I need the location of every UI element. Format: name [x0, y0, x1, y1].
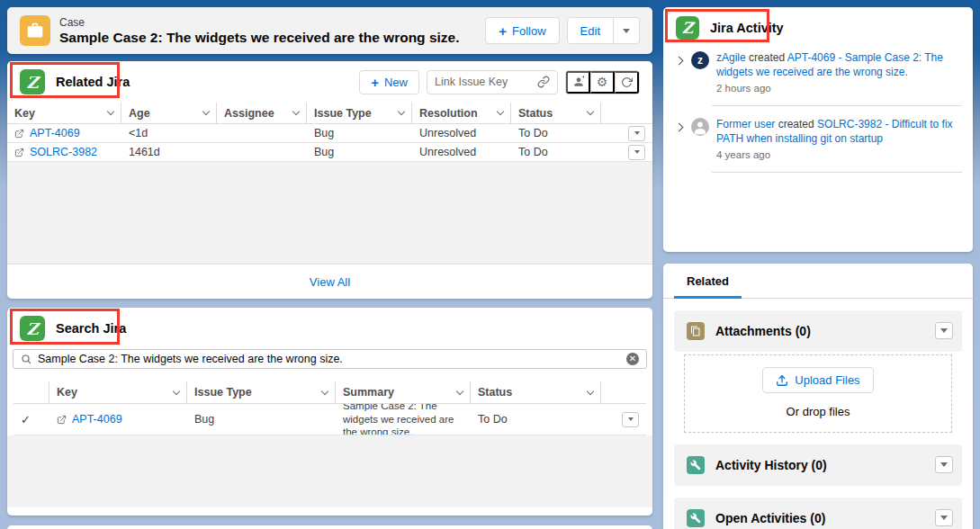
link-icon [537, 76, 550, 88]
gear-icon: ⚙ [597, 76, 608, 88]
activity-history-section: Activity History (0) [674, 444, 962, 486]
chevron-right-icon[interactable] [675, 122, 684, 131]
refresh-button[interactable] [615, 71, 639, 94]
open-activities-toggle-button[interactable] [935, 509, 953, 526]
attachments-label: Attachments (0) [715, 324, 811, 338]
jira-activity-card: Z Jira Activity z zAgile created APT-406… [663, 7, 973, 252]
external-link-icon [14, 129, 24, 139]
chevron-down-icon [456, 387, 463, 394]
drop-files-label: Or drop files [685, 405, 951, 418]
chevron-down-icon [634, 131, 640, 135]
assign-user-button[interactable] [566, 71, 590, 94]
table-header-row: Key Age Assignee Issue Type Resolution S… [7, 103, 652, 124]
column-header-issue-type[interactable]: Issue Type [187, 381, 336, 403]
chevron-down-icon [623, 29, 630, 33]
activity-timestamp: 4 years ago [716, 148, 962, 163]
chevron-down-icon [940, 516, 948, 520]
jira-search-field[interactable]: ✕ [13, 349, 647, 369]
chevron-down-icon [292, 108, 300, 115]
search-results-table: Key Issue Type Summary Status ✓ APT-4069… [13, 381, 646, 435]
case-icon [20, 15, 50, 46]
chevron-down-icon [497, 108, 504, 115]
table-row: SOLRC-3982 1461d Bug Unresolved To Do [7, 143, 652, 162]
table-row: APT-4069 <1d Bug Unresolved To Do [7, 124, 652, 143]
column-header-status[interactable]: Status [511, 103, 601, 123]
table-row: ✓ APT-4069 Bug Sample Case 2: The widget… [13, 404, 646, 435]
resolution-cell: Unresolved [412, 124, 511, 142]
zagile-logo-icon: Z [20, 69, 45, 94]
new-issue-button[interactable]: + New [359, 70, 419, 94]
age-cell: <1d [121, 124, 217, 142]
chevron-down-icon [940, 462, 948, 467]
tab-related[interactable]: Related [674, 274, 742, 299]
zagile-logo-icon: Z [20, 316, 45, 341]
status-cell: To Do [511, 143, 601, 161]
column-header-actions [601, 381, 646, 403]
column-header-issue-type[interactable]: Issue Type [307, 103, 412, 123]
open-activities-section: Open Activities (0) [674, 498, 962, 529]
chevron-down-icon [321, 387, 328, 394]
issue-key-link[interactable]: APT-4069 [72, 413, 122, 426]
external-link-icon [57, 415, 67, 425]
column-header-select [13, 381, 49, 403]
chevron-down-icon [398, 108, 405, 115]
activity-item: Former user created SOLRC-3982 - Difficu… [674, 117, 962, 163]
activity-history-toggle-button[interactable] [935, 456, 953, 473]
assignee-cell [217, 143, 307, 161]
upload-icon [776, 374, 788, 387]
link-issue-key-input[interactable] [435, 76, 537, 88]
settings-button[interactable]: ⚙ [590, 71, 615, 94]
row-actions-button[interactable] [622, 412, 639, 427]
page-title: Sample Case 2: The widgets we received a… [59, 29, 485, 46]
activity-action: created [749, 51, 785, 64]
chevron-down-icon [587, 387, 594, 394]
plus-icon: + [499, 24, 507, 38]
row-actions-button[interactable] [628, 126, 645, 141]
avatar [691, 118, 709, 136]
avatar: z [691, 51, 709, 69]
empty-table-area [7, 435, 652, 507]
jira-search-input[interactable] [38, 353, 620, 365]
file-drop-zone[interactable]: Upload Files Or drop files [684, 354, 952, 433]
plus-icon: + [371, 76, 379, 89]
clear-search-icon[interactable]: ✕ [626, 353, 639, 365]
case-header-card: Case Sample Case 2: The widgets we recei… [7, 7, 652, 54]
zagile-logo-icon: Z [676, 16, 699, 40]
row-actions-button[interactable] [628, 145, 645, 160]
issue-key-link[interactable]: APT-4069 [30, 127, 80, 139]
issue-key-link[interactable]: SOLRC-3982 [30, 146, 97, 158]
jira-activity-title: Jira Activity [710, 21, 784, 35]
column-header-resolution[interactable]: Resolution [412, 103, 511, 123]
refresh-icon [621, 76, 633, 88]
view-all-link[interactable]: View All [310, 275, 350, 289]
chevron-down-icon [202, 108, 210, 115]
activity-actor[interactable]: Former user [716, 118, 775, 130]
column-header-age[interactable]: Age [121, 103, 217, 123]
column-header-key[interactable]: Key [49, 381, 187, 403]
column-header-status[interactable]: Status [471, 381, 601, 403]
upload-files-button[interactable]: Upload Files [762, 367, 873, 393]
attachments-icon [687, 322, 705, 340]
chevron-right-icon[interactable] [675, 57, 684, 66]
chevron-down-icon [587, 108, 594, 115]
chevron-down-icon [628, 417, 634, 421]
external-link-icon [14, 148, 24, 157]
more-actions-button[interactable] [614, 17, 640, 44]
search-jira-card: Z Search Jira ✕ Key Issue Type Summary S… [7, 308, 652, 516]
follow-button[interactable]: + Follow [485, 17, 559, 44]
assignee-cell [217, 124, 307, 142]
column-header-summary[interactable]: Summary [336, 381, 471, 403]
summary-cell: Sample Case 2: The widgets we received a… [336, 404, 471, 435]
chevron-down-icon [173, 387, 180, 394]
related-panel-card: Related Attachments (0) Upload Files Or … [663, 264, 973, 529]
issue-type-cell: Bug [307, 124, 412, 142]
link-issue-key-field[interactable] [427, 70, 558, 94]
activity-actor[interactable]: zAgile [716, 51, 746, 64]
chevron-down-icon [634, 150, 640, 154]
attachments-toggle-button[interactable] [935, 322, 953, 339]
age-cell: 1461d [121, 143, 217, 161]
edit-button[interactable]: Edit [567, 17, 614, 44]
column-header-key[interactable]: Key [7, 103, 121, 123]
column-header-assignee[interactable]: Assignee [217, 103, 307, 123]
selected-check-icon[interactable]: ✓ [21, 413, 31, 426]
